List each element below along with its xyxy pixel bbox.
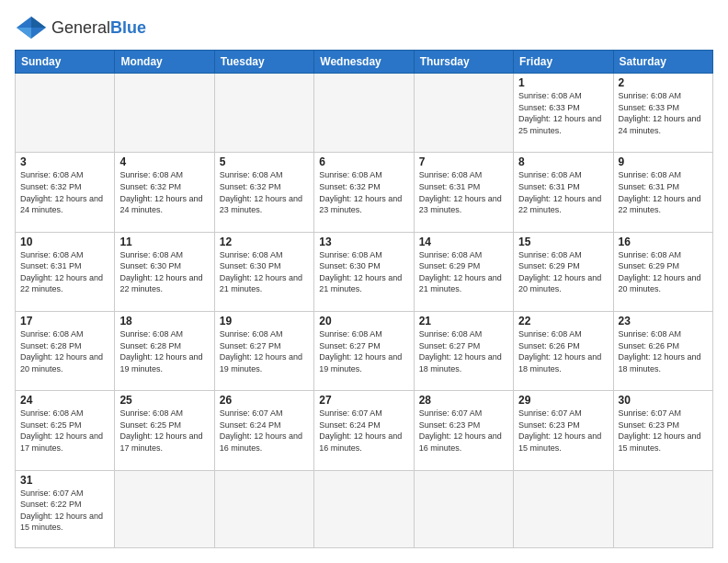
calendar-cell bbox=[514, 470, 613, 547]
calendar-week-2: 10Sunrise: 6:08 AM Sunset: 6:31 PM Dayli… bbox=[16, 232, 713, 311]
day-info: Sunrise: 6:08 AM Sunset: 6:30 PM Dayligh… bbox=[319, 249, 408, 295]
day-info: Sunrise: 6:08 AM Sunset: 6:30 PM Dayligh… bbox=[220, 249, 309, 295]
day-number: 11 bbox=[119, 236, 209, 248]
day-info: Sunrise: 6:08 AM Sunset: 6:28 PM Dayligh… bbox=[20, 328, 109, 374]
calendar-cell: 23Sunrise: 6:08 AM Sunset: 6:26 PM Dayli… bbox=[613, 311, 712, 390]
day-info: Sunrise: 6:07 AM Sunset: 6:24 PM Dayligh… bbox=[319, 408, 408, 454]
day-info: Sunrise: 6:08 AM Sunset: 6:29 PM Dayligh… bbox=[518, 249, 608, 295]
calendar-week-5: 31Sunrise: 6:07 AM Sunset: 6:22 PM Dayli… bbox=[16, 470, 713, 547]
day-number: 27 bbox=[319, 394, 408, 407]
day-number: 14 bbox=[419, 236, 508, 248]
calendar-cell: 22Sunrise: 6:08 AM Sunset: 6:26 PM Dayli… bbox=[514, 311, 613, 390]
day-info: Sunrise: 6:07 AM Sunset: 6:23 PM Dayligh… bbox=[619, 408, 708, 454]
calendar-cell bbox=[613, 470, 712, 547]
calendar-cell: 29Sunrise: 6:07 AM Sunset: 6:23 PM Dayli… bbox=[514, 391, 613, 470]
logo-blue: Blue bbox=[110, 18, 146, 37]
day-info: Sunrise: 6:08 AM Sunset: 6:32 PM Dayligh… bbox=[119, 169, 209, 215]
calendar-week-0: 1Sunrise: 6:08 AM Sunset: 6:33 PM Daylig… bbox=[16, 74, 713, 153]
calendar-cell: 9Sunrise: 6:08 AM Sunset: 6:31 PM Daylig… bbox=[613, 153, 712, 232]
day-info: Sunrise: 6:08 AM Sunset: 6:27 PM Dayligh… bbox=[220, 328, 309, 374]
col-header-friday: Friday bbox=[514, 51, 613, 74]
calendar-cell bbox=[115, 74, 214, 153]
day-number: 29 bbox=[518, 394, 608, 407]
calendar-cell: 21Sunrise: 6:08 AM Sunset: 6:27 PM Dayli… bbox=[414, 311, 513, 390]
day-number: 4 bbox=[119, 155, 209, 168]
calendar-cell bbox=[414, 74, 513, 153]
day-info: Sunrise: 6:08 AM Sunset: 6:26 PM Dayligh… bbox=[619, 328, 708, 374]
calendar-cell: 14Sunrise: 6:08 AM Sunset: 6:29 PM Dayli… bbox=[414, 232, 513, 311]
day-number: 16 bbox=[619, 236, 708, 248]
day-number: 15 bbox=[518, 236, 608, 248]
logo-icon bbox=[15, 15, 48, 40]
day-number: 9 bbox=[619, 155, 708, 168]
day-info: Sunrise: 6:08 AM Sunset: 6:33 PM Dayligh… bbox=[518, 90, 608, 136]
calendar-cell: 20Sunrise: 6:08 AM Sunset: 6:27 PM Dayli… bbox=[314, 311, 414, 390]
col-header-sunday: Sunday bbox=[16, 51, 115, 74]
day-info: Sunrise: 6:07 AM Sunset: 6:23 PM Dayligh… bbox=[419, 408, 508, 454]
day-info: Sunrise: 6:08 AM Sunset: 6:31 PM Dayligh… bbox=[20, 249, 109, 295]
calendar-cell: 4Sunrise: 6:08 AM Sunset: 6:32 PM Daylig… bbox=[115, 153, 214, 232]
day-info: Sunrise: 6:07 AM Sunset: 6:22 PM Dayligh… bbox=[20, 488, 109, 534]
logo-text: GeneralBlue bbox=[51, 18, 146, 38]
day-number: 12 bbox=[220, 236, 309, 248]
day-info: Sunrise: 6:08 AM Sunset: 6:29 PM Dayligh… bbox=[619, 249, 708, 295]
calendar-cell bbox=[115, 470, 214, 547]
day-number: 19 bbox=[220, 315, 309, 327]
day-info: Sunrise: 6:08 AM Sunset: 6:33 PM Dayligh… bbox=[619, 90, 708, 136]
col-header-monday: Monday bbox=[115, 51, 214, 74]
calendar-cell: 28Sunrise: 6:07 AM Sunset: 6:23 PM Dayli… bbox=[414, 391, 513, 470]
day-number: 31 bbox=[20, 474, 109, 487]
calendar-cell: 16Sunrise: 6:08 AM Sunset: 6:29 PM Dayli… bbox=[613, 232, 712, 311]
calendar-cell bbox=[314, 470, 414, 547]
calendar-cell: 18Sunrise: 6:08 AM Sunset: 6:28 PM Dayli… bbox=[115, 311, 214, 390]
day-info: Sunrise: 6:08 AM Sunset: 6:25 PM Dayligh… bbox=[119, 408, 209, 454]
day-number: 2 bbox=[619, 76, 708, 89]
day-number: 23 bbox=[619, 315, 708, 327]
day-info: Sunrise: 6:08 AM Sunset: 6:30 PM Dayligh… bbox=[119, 249, 209, 295]
calendar-cell: 27Sunrise: 6:07 AM Sunset: 6:24 PM Dayli… bbox=[314, 391, 414, 470]
day-info: Sunrise: 6:08 AM Sunset: 6:32 PM Dayligh… bbox=[319, 169, 408, 215]
calendar-cell: 26Sunrise: 6:07 AM Sunset: 6:24 PM Dayli… bbox=[214, 391, 313, 470]
col-header-saturday: Saturday bbox=[613, 51, 712, 74]
day-number: 1 bbox=[518, 76, 608, 89]
page: GeneralBlue SundayMondayTuesdayWednesday… bbox=[0, 0, 728, 563]
day-info: Sunrise: 6:08 AM Sunset: 6:27 PM Dayligh… bbox=[419, 328, 508, 374]
calendar-cell: 8Sunrise: 6:08 AM Sunset: 6:31 PM Daylig… bbox=[514, 153, 613, 232]
day-number: 6 bbox=[319, 155, 408, 168]
day-number: 24 bbox=[20, 394, 109, 407]
calendar-cell bbox=[314, 74, 414, 153]
day-number: 20 bbox=[319, 315, 408, 327]
day-info: Sunrise: 6:08 AM Sunset: 6:26 PM Dayligh… bbox=[518, 328, 608, 374]
calendar-cell: 10Sunrise: 6:08 AM Sunset: 6:31 PM Dayli… bbox=[16, 232, 115, 311]
day-number: 30 bbox=[619, 394, 708, 407]
calendar-cell: 11Sunrise: 6:08 AM Sunset: 6:30 PM Dayli… bbox=[115, 232, 214, 311]
header: GeneralBlue bbox=[15, 15, 713, 40]
calendar-cell bbox=[214, 470, 313, 547]
day-number: 10 bbox=[20, 236, 109, 248]
logo-general: General bbox=[51, 18, 110, 37]
calendar-cell: 15Sunrise: 6:08 AM Sunset: 6:29 PM Dayli… bbox=[514, 232, 613, 311]
day-number: 8 bbox=[518, 155, 608, 168]
day-info: Sunrise: 6:08 AM Sunset: 6:32 PM Dayligh… bbox=[220, 169, 309, 215]
day-info: Sunrise: 6:08 AM Sunset: 6:31 PM Dayligh… bbox=[518, 169, 608, 215]
calendar-week-3: 17Sunrise: 6:08 AM Sunset: 6:28 PM Dayli… bbox=[16, 311, 713, 390]
day-info: Sunrise: 6:08 AM Sunset: 6:28 PM Dayligh… bbox=[119, 328, 209, 374]
calendar-cell: 24Sunrise: 6:08 AM Sunset: 6:25 PM Dayli… bbox=[16, 391, 115, 470]
day-info: Sunrise: 6:08 AM Sunset: 6:31 PM Dayligh… bbox=[419, 169, 508, 215]
calendar-cell: 13Sunrise: 6:08 AM Sunset: 6:30 PM Dayli… bbox=[314, 232, 414, 311]
calendar-cell: 2Sunrise: 6:08 AM Sunset: 6:33 PM Daylig… bbox=[613, 74, 712, 153]
calendar-table: SundayMondayTuesdayWednesdayThursdayFrid… bbox=[15, 50, 713, 548]
day-number: 26 bbox=[220, 394, 309, 407]
day-number: 13 bbox=[319, 236, 408, 248]
calendar-cell: 7Sunrise: 6:08 AM Sunset: 6:31 PM Daylig… bbox=[414, 153, 513, 232]
calendar-cell: 30Sunrise: 6:07 AM Sunset: 6:23 PM Dayli… bbox=[613, 391, 712, 470]
calendar-cell bbox=[16, 74, 115, 153]
calendar-week-1: 3Sunrise: 6:08 AM Sunset: 6:32 PM Daylig… bbox=[16, 153, 713, 232]
day-info: Sunrise: 6:08 AM Sunset: 6:29 PM Dayligh… bbox=[419, 249, 508, 295]
day-info: Sunrise: 6:07 AM Sunset: 6:23 PM Dayligh… bbox=[518, 408, 608, 454]
day-number: 18 bbox=[119, 315, 209, 327]
logo: GeneralBlue bbox=[15, 15, 146, 40]
col-header-thursday: Thursday bbox=[414, 51, 513, 74]
col-header-wednesday: Wednesday bbox=[314, 51, 414, 74]
calendar-cell: 19Sunrise: 6:08 AM Sunset: 6:27 PM Dayli… bbox=[214, 311, 313, 390]
